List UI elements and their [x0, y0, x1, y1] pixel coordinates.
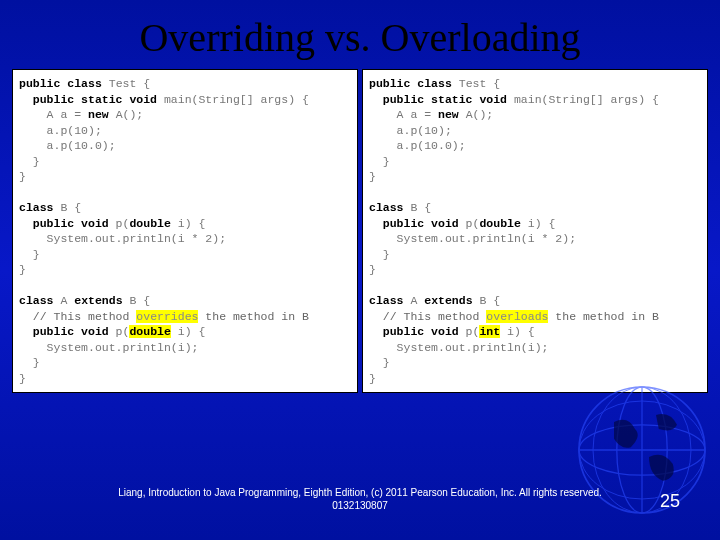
t: } [369, 263, 376, 276]
kw: class [19, 294, 54, 307]
t: } [19, 372, 26, 385]
t: } [19, 170, 26, 183]
kw: public static void [369, 93, 507, 106]
kw: new [88, 108, 109, 121]
t: B { [473, 294, 501, 307]
t: a.p(10); [19, 124, 102, 137]
page-number: 25 [660, 491, 680, 512]
t: a.p(10.0); [19, 139, 116, 152]
t: i) { [521, 217, 556, 230]
highlight-overloads: overloads [486, 310, 548, 323]
svg-point-1 [579, 425, 705, 475]
t: } [19, 155, 40, 168]
t: } [369, 248, 390, 261]
comment: the method in B [548, 310, 658, 323]
kw: class [369, 294, 404, 307]
t: Test { [452, 77, 500, 90]
kw: extends [424, 294, 472, 307]
kw: public static void [19, 93, 157, 106]
footer-text: Liang, Introduction to Java Programming,… [0, 486, 720, 512]
kw: public void [369, 217, 459, 230]
comment: // This method [369, 310, 486, 323]
t: p( [109, 217, 130, 230]
kw: public void [19, 217, 109, 230]
t: A(); [109, 108, 144, 121]
highlight-int: int [479, 325, 500, 338]
t: p( [109, 325, 130, 338]
right-code-panel: public class Test { public static void m… [362, 69, 708, 393]
comment: // This method [19, 310, 136, 323]
t: i) { [171, 217, 206, 230]
t: } [19, 356, 40, 369]
t: A a = [369, 108, 438, 121]
t: } [19, 263, 26, 276]
t: A(); [459, 108, 494, 121]
t: } [369, 372, 376, 385]
t: a.p(10.0); [369, 139, 466, 152]
t: } [369, 155, 390, 168]
comment: the method in B [198, 310, 308, 323]
t: System.out.println(i * 2); [369, 232, 576, 245]
slide-title: Overriding vs. Overloading [0, 0, 720, 69]
t: Test { [102, 77, 150, 90]
t: a.p(10); [369, 124, 452, 137]
t: p( [459, 217, 480, 230]
t: i) { [500, 325, 535, 338]
t: A [404, 294, 425, 307]
t: main(String[] args) { [507, 93, 659, 106]
t: } [19, 248, 40, 261]
t: B { [123, 294, 151, 307]
t: i) { [171, 325, 206, 338]
t: } [369, 170, 376, 183]
code-container: public class Test { public static void m… [0, 69, 720, 393]
t: p( [459, 325, 480, 338]
t: A a = [19, 108, 88, 121]
kw: public void [19, 325, 109, 338]
t: A [54, 294, 75, 307]
kw: double [129, 217, 170, 230]
t: System.out.println(i); [19, 341, 198, 354]
kw: class [19, 201, 54, 214]
t: } [369, 356, 390, 369]
highlight-double: double [129, 325, 170, 338]
kw: double [479, 217, 520, 230]
t: main(String[] args) { [157, 93, 309, 106]
left-code-panel: public class Test { public static void m… [12, 69, 358, 393]
kw: public class [369, 77, 452, 90]
highlight-overrides: overrides [136, 310, 198, 323]
kw: new [438, 108, 459, 121]
t: System.out.println(i); [369, 341, 548, 354]
t: System.out.println(i * 2); [19, 232, 226, 245]
kw: extends [74, 294, 122, 307]
kw: public class [19, 77, 102, 90]
t: B { [404, 201, 432, 214]
t: B { [54, 201, 82, 214]
svg-point-3 [579, 401, 705, 499]
kw: public void [369, 325, 459, 338]
kw: class [369, 201, 404, 214]
